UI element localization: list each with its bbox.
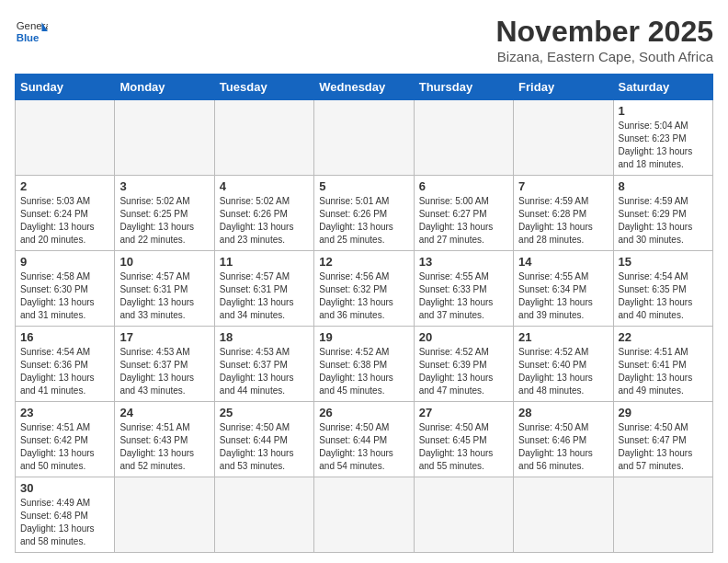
calendar-cell: 28Sunrise: 4:50 AM Sunset: 6:46 PM Dayli… [514,402,613,477]
calendar-cell: 23Sunrise: 4:51 AM Sunset: 6:42 PM Dayli… [16,402,115,477]
calendar-cell: 8Sunrise: 4:59 AM Sunset: 6:29 PM Daylig… [613,176,712,251]
calendar-week-row: 23Sunrise: 4:51 AM Sunset: 6:42 PM Dayli… [16,402,713,477]
day-number: 9 [20,255,109,269]
calendar-cell [16,100,115,176]
day-number: 13 [419,255,508,269]
day-info: Sunrise: 5:00 AM Sunset: 6:27 PM Dayligh… [419,195,508,247]
day-info: Sunrise: 4:51 AM Sunset: 6:42 PM Dayligh… [20,421,109,473]
day-info: Sunrise: 5:02 AM Sunset: 6:25 PM Dayligh… [119,195,209,247]
day-info: Sunrise: 4:51 AM Sunset: 6:41 PM Dayligh… [619,346,708,397]
day-info: Sunrise: 5:03 AM Sunset: 6:24 PM Dayligh… [20,195,109,247]
day-info: Sunrise: 4:50 AM Sunset: 6:46 PM Dayligh… [518,421,608,473]
calendar-cell: 24Sunrise: 4:51 AM Sunset: 6:43 PM Dayli… [115,402,214,477]
day-number: 7 [518,179,608,193]
day-number: 5 [319,179,408,193]
day-number: 2 [20,179,109,193]
calendar-week-row: 2Sunrise: 5:03 AM Sunset: 6:24 PM Daylig… [16,176,713,251]
day-info: Sunrise: 4:54 AM Sunset: 6:36 PM Dayligh… [20,346,109,397]
logo-icon: General Blue [15,15,48,48]
calendar-header-thursday: Thursday [414,75,513,100]
calendar-header-wednesday: Wednesday [314,75,414,100]
title-area: November 2025 Bizana, Eastern Cape, Sout… [495,15,713,64]
location-title: Bizana, Eastern Cape, South Africa [495,49,713,64]
day-number: 22 [619,330,708,344]
day-number: 20 [419,330,508,344]
day-number: 16 [20,330,109,344]
day-info: Sunrise: 4:56 AM Sunset: 6:32 PM Dayligh… [319,270,408,322]
day-info: Sunrise: 4:59 AM Sunset: 6:28 PM Dayligh… [518,195,608,247]
calendar-cell [314,477,414,553]
calendar-cell [613,477,712,553]
day-info: Sunrise: 5:04 AM Sunset: 6:23 PM Dayligh… [619,120,708,171]
calendar-cell: 9Sunrise: 4:58 AM Sunset: 6:30 PM Daylig… [16,251,115,327]
calendar-cell: 25Sunrise: 4:50 AM Sunset: 6:44 PM Dayli… [214,402,313,477]
calendar-cell: 26Sunrise: 4:50 AM Sunset: 6:44 PM Dayli… [314,402,414,477]
calendar-cell: 27Sunrise: 4:50 AM Sunset: 6:45 PM Dayli… [414,402,513,477]
calendar-cell: 18Sunrise: 4:53 AM Sunset: 6:37 PM Dayli… [214,327,313,402]
calendar-cell [514,100,613,176]
calendar-cell: 1Sunrise: 5:04 AM Sunset: 6:23 PM Daylig… [613,100,712,176]
calendar-header-friday: Friday [514,75,613,100]
day-info: Sunrise: 4:54 AM Sunset: 6:35 PM Dayligh… [619,270,708,322]
day-info: Sunrise: 5:02 AM Sunset: 6:26 PM Dayligh… [220,195,309,247]
calendar-cell [214,100,313,176]
day-number: 18 [220,330,309,344]
calendar-cell [314,100,414,176]
day-number: 25 [220,406,309,419]
day-info: Sunrise: 4:53 AM Sunset: 6:37 PM Dayligh… [220,346,309,397]
calendar-table: SundayMondayTuesdayWednesdayThursdayFrid… [15,74,713,553]
calendar-week-row: 16Sunrise: 4:54 AM Sunset: 6:36 PM Dayli… [16,327,713,402]
calendar-cell: 16Sunrise: 4:54 AM Sunset: 6:36 PM Dayli… [16,327,115,402]
day-number: 12 [319,255,408,269]
day-info: Sunrise: 4:55 AM Sunset: 6:33 PM Dayligh… [419,270,508,322]
calendar-header-row: SundayMondayTuesdayWednesdayThursdayFrid… [16,75,713,100]
calendar-cell: 7Sunrise: 4:59 AM Sunset: 6:28 PM Daylig… [514,176,613,251]
day-number: 26 [319,406,408,419]
day-number: 27 [419,406,508,419]
calendar-cell: 12Sunrise: 4:56 AM Sunset: 6:32 PM Dayli… [314,251,414,327]
day-info: Sunrise: 4:50 AM Sunset: 6:45 PM Dayligh… [419,421,508,473]
day-number: 4 [220,179,309,193]
day-number: 11 [220,255,309,269]
day-info: Sunrise: 4:57 AM Sunset: 6:31 PM Dayligh… [220,270,309,322]
svg-text:Blue: Blue [17,32,40,43]
day-number: 21 [518,330,608,344]
day-number: 28 [518,406,608,419]
day-number: 1 [619,104,708,118]
calendar-cell: 11Sunrise: 4:57 AM Sunset: 6:31 PM Dayli… [214,251,313,327]
calendar-cell [115,100,214,176]
day-info: Sunrise: 4:57 AM Sunset: 6:31 PM Dayligh… [119,270,209,322]
day-number: 29 [619,406,708,419]
calendar-cell [115,477,214,553]
day-number: 10 [119,255,209,269]
calendar-cell [514,477,613,553]
day-info: Sunrise: 5:01 AM Sunset: 6:26 PM Dayligh… [319,195,408,247]
day-info: Sunrise: 4:50 AM Sunset: 6:44 PM Dayligh… [319,421,408,473]
calendar-cell: 10Sunrise: 4:57 AM Sunset: 6:31 PM Dayli… [115,251,214,327]
day-info: Sunrise: 4:58 AM Sunset: 6:30 PM Dayligh… [20,270,109,322]
day-info: Sunrise: 4:55 AM Sunset: 6:34 PM Dayligh… [518,270,608,322]
calendar-cell: 30Sunrise: 4:49 AM Sunset: 6:48 PM Dayli… [16,477,115,553]
calendar-cell: 4Sunrise: 5:02 AM Sunset: 6:26 PM Daylig… [214,176,313,251]
logo: General Blue [15,15,48,48]
calendar-cell [414,477,513,553]
calendar-cell: 21Sunrise: 4:52 AM Sunset: 6:40 PM Dayli… [514,327,613,402]
day-info: Sunrise: 4:52 AM Sunset: 6:40 PM Dayligh… [518,346,608,397]
day-number: 23 [20,406,109,419]
day-number: 17 [119,330,209,344]
calendar-cell: 6Sunrise: 5:00 AM Sunset: 6:27 PM Daylig… [414,176,513,251]
day-info: Sunrise: 4:49 AM Sunset: 6:48 PM Dayligh… [20,497,109,548]
day-info: Sunrise: 4:53 AM Sunset: 6:37 PM Dayligh… [119,346,209,397]
calendar-cell: 20Sunrise: 4:52 AM Sunset: 6:39 PM Dayli… [414,327,513,402]
day-number: 14 [518,255,608,269]
calendar-cell: 3Sunrise: 5:02 AM Sunset: 6:25 PM Daylig… [115,176,214,251]
calendar-week-row: 30Sunrise: 4:49 AM Sunset: 6:48 PM Dayli… [16,477,713,553]
day-number: 3 [119,179,209,193]
calendar-header-saturday: Saturday [613,75,712,100]
calendar-header-tuesday: Tuesday [214,75,313,100]
calendar-header-monday: Monday [115,75,214,100]
calendar-cell: 22Sunrise: 4:51 AM Sunset: 6:41 PM Dayli… [613,327,712,402]
calendar-cell: 19Sunrise: 4:52 AM Sunset: 6:38 PM Dayli… [314,327,414,402]
calendar-cell: 2Sunrise: 5:03 AM Sunset: 6:24 PM Daylig… [16,176,115,251]
calendar-cell [414,100,513,176]
